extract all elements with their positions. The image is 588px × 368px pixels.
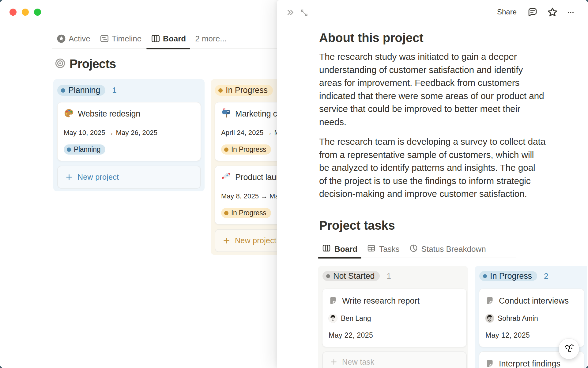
notion-ai-face-icon bbox=[563, 343, 575, 355]
tag-label: Planning bbox=[74, 145, 100, 154]
tab-label: Board bbox=[163, 34, 186, 44]
status-pill-label: Planning bbox=[68, 86, 100, 95]
status-dot bbox=[61, 88, 65, 93]
new-task-label: New task bbox=[342, 358, 374, 366]
board-column-not-started: Not Started 1 Write research report Ben … bbox=[318, 266, 468, 368]
task-page-icon bbox=[329, 296, 337, 306]
card-title: Marketing ca bbox=[235, 109, 282, 119]
tab-label: Timeline bbox=[112, 34, 141, 44]
new-task-button[interactable]: New task bbox=[322, 351, 467, 368]
status-pill-not-started[interactable]: Not Started bbox=[322, 271, 380, 281]
new-project-button[interactable]: New project bbox=[57, 166, 201, 189]
panel-topbar: Share bbox=[277, 0, 588, 25]
paragraph: The research team is developing a survey… bbox=[319, 135, 545, 201]
status-pill-planning[interactable]: Planning bbox=[57, 85, 105, 96]
card-assignee-row: Sohrab Amin bbox=[485, 314, 578, 323]
assignee-name: Ben Lang bbox=[341, 314, 371, 323]
notion-window: Active Timeline Board 2 more... Projects bbox=[0, 0, 588, 368]
rocket-emoji bbox=[221, 171, 232, 183]
notion-ai-button[interactable] bbox=[559, 339, 579, 359]
tab-status-breakdown[interactable]: Status Breakdown bbox=[405, 241, 490, 258]
table-icon bbox=[367, 244, 376, 255]
star-circle-icon bbox=[56, 34, 66, 44]
double-chevron-right-icon[interactable] bbox=[286, 8, 295, 17]
zoom-button[interactable] bbox=[34, 9, 41, 16]
card-title-row: Interpret findings bbox=[485, 358, 578, 368]
target-icon bbox=[55, 58, 65, 70]
column-header: Not Started 1 bbox=[322, 271, 467, 281]
card-title-row: Conduct interviews bbox=[485, 296, 578, 306]
status-pill-label: In Progress bbox=[490, 271, 532, 281]
assignee-name: Sohrab Amin bbox=[498, 314, 538, 323]
tasks-board: Not Started 1 Write research report Ben … bbox=[318, 266, 587, 368]
tasks-board-clip: Not Started 1 Write research report Ben … bbox=[318, 266, 587, 368]
plus-icon bbox=[222, 236, 231, 245]
column-count: 1 bbox=[386, 271, 391, 281]
star-icon[interactable] bbox=[547, 6, 558, 18]
sohrab-amin-avatar bbox=[485, 314, 494, 323]
tab-label: Tasks bbox=[379, 244, 399, 254]
view-tabbar: Active Timeline Board 2 more... bbox=[52, 29, 277, 49]
status-dot bbox=[483, 274, 487, 278]
card-title: Website redesign bbox=[78, 109, 140, 119]
ellipsis-icon[interactable] bbox=[567, 9, 575, 16]
page-title: Projects bbox=[70, 57, 116, 71]
board-icon bbox=[322, 243, 331, 255]
status-dot bbox=[224, 148, 228, 152]
card-title-row: Write research report bbox=[329, 296, 460, 306]
tab-label: Active bbox=[69, 34, 90, 44]
tag-label: In Progress bbox=[231, 145, 266, 154]
board-icon bbox=[151, 34, 160, 44]
tab-label: Status Breakdown bbox=[421, 244, 486, 254]
page-title-row: Projects bbox=[55, 57, 116, 71]
card-title: Interpret findings bbox=[499, 359, 560, 368]
card-title: Conduct interviews bbox=[499, 296, 569, 306]
mailbox-emoji bbox=[221, 108, 232, 120]
tab-board-view[interactable]: Board bbox=[146, 29, 190, 48]
plus-icon bbox=[65, 173, 73, 181]
plus-icon bbox=[330, 358, 338, 366]
board-column-planning: Planning 1 Website redesign May 10, 2025… bbox=[53, 79, 205, 191]
tab-label: Board bbox=[334, 244, 357, 254]
card-assignee-row: Ben Lang bbox=[329, 314, 460, 323]
new-project-label: New project bbox=[235, 236, 276, 245]
project-card-website-redesign[interactable]: Website redesign May 10, 2025 → May 26, … bbox=[57, 102, 201, 161]
tab-board[interactable]: Board bbox=[318, 241, 361, 258]
tab-active-view[interactable]: Active bbox=[52, 29, 95, 48]
task-card-write-research-report[interactable]: Write research report Ben Lang May 22, 2… bbox=[322, 289, 467, 347]
palette-emoji bbox=[64, 108, 74, 120]
traffic-lights bbox=[9, 9, 41, 16]
column-count: 1 bbox=[112, 86, 116, 95]
card-status-tag: In Progress bbox=[221, 144, 271, 155]
status-dot bbox=[326, 274, 330, 278]
tab-more-views[interactable]: 2 more... bbox=[191, 29, 231, 48]
card-status-tag: In Progress bbox=[221, 208, 271, 218]
column-header: Planning 1 bbox=[57, 85, 201, 96]
column-count: 2 bbox=[544, 271, 548, 281]
share-button[interactable]: Share bbox=[497, 8, 517, 16]
status-dot bbox=[224, 211, 228, 215]
tag-label: In Progress bbox=[231, 209, 266, 217]
minimize-button[interactable] bbox=[22, 9, 29, 16]
side-peek-panel: Share About this project The research st… bbox=[277, 0, 588, 368]
task-page-icon bbox=[485, 359, 494, 368]
tab-timeline-view[interactable]: Timeline bbox=[95, 29, 146, 48]
doc-title: About this project bbox=[319, 30, 423, 45]
column-header: In Progress 2 bbox=[479, 271, 587, 281]
status-pill-in-progress[interactable]: In Progress bbox=[215, 85, 273, 96]
ben-lang-avatar bbox=[329, 314, 337, 323]
card-title: Product laun bbox=[235, 173, 281, 182]
status-dot bbox=[67, 148, 71, 152]
comment-icon[interactable] bbox=[527, 7, 538, 17]
card-title-row: Website redesign bbox=[64, 108, 194, 119]
pie-chart-icon bbox=[409, 244, 418, 255]
expand-icon[interactable] bbox=[300, 9, 308, 17]
status-pill-label: Not Started bbox=[333, 271, 375, 281]
status-pill-label: In Progress bbox=[226, 86, 268, 95]
status-pill-in-progress[interactable]: In Progress bbox=[479, 271, 537, 281]
paragraph: The research study was initiated to gain… bbox=[319, 50, 544, 128]
close-button[interactable] bbox=[9, 9, 17, 16]
new-project-label: New project bbox=[77, 173, 119, 182]
card-dates: May 10, 2025 → May 26, 2025 bbox=[64, 129, 194, 137]
tab-tasks[interactable]: Tasks bbox=[363, 241, 403, 258]
